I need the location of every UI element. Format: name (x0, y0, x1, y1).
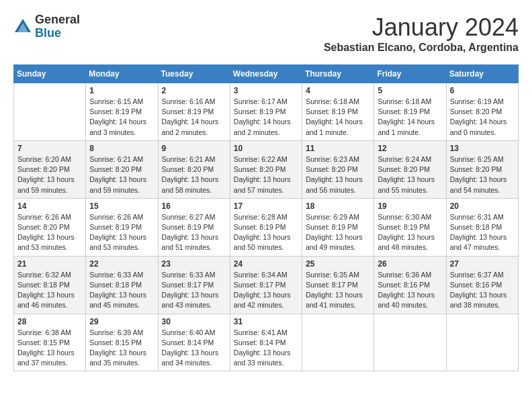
day-info: Sunrise: 6:19 AMSunset: 8:20 PMDaylight:… (450, 97, 515, 138)
calendar-cell (446, 314, 518, 371)
day-info: Sunrise: 6:33 AMSunset: 8:17 PMDaylight:… (162, 270, 226, 311)
day-header-saturday: Saturday (446, 65, 518, 83)
calendar-cell (374, 314, 446, 371)
day-number: 8 (89, 144, 154, 153)
week-row-2: 7Sunrise: 6:20 AMSunset: 8:20 PMDaylight… (14, 140, 519, 198)
week-row-4: 21Sunrise: 6:32 AMSunset: 8:18 PMDayligh… (14, 256, 519, 314)
calendar-cell: 9Sunrise: 6:21 AMSunset: 8:20 PMDaylight… (158, 140, 230, 198)
day-info: Sunrise: 6:38 AMSunset: 8:15 PMDaylight:… (17, 328, 82, 369)
day-header-thursday: Thursday (302, 65, 374, 83)
day-info: Sunrise: 6:24 AMSunset: 8:20 PMDaylight:… (378, 154, 442, 195)
calendar-cell: 15Sunrise: 6:26 AMSunset: 8:19 PMDayligh… (86, 198, 158, 256)
day-header-monday: Monday (86, 65, 158, 83)
day-number: 9 (162, 144, 226, 153)
day-info: Sunrise: 6:34 AMSunset: 8:17 PMDaylight:… (234, 270, 298, 311)
day-number: 29 (89, 317, 154, 326)
title-area: January 2024 Sebastian Elcano, Cordoba, … (324, 13, 519, 54)
calendar-header-row: SundayMondayTuesdayWednesdayThursdayFrid… (14, 65, 519, 83)
day-header-tuesday: Tuesday (158, 65, 230, 83)
day-header-sunday: Sunday (14, 65, 86, 83)
calendar-cell: 3Sunrise: 6:17 AMSunset: 8:19 PMDaylight… (230, 83, 302, 141)
calendar-cell: 7Sunrise: 6:20 AMSunset: 8:20 PMDaylight… (14, 140, 86, 198)
day-info: Sunrise: 6:26 AMSunset: 8:20 PMDaylight:… (17, 212, 82, 253)
day-number: 10 (234, 144, 298, 153)
day-info: Sunrise: 6:18 AMSunset: 8:19 PMDaylight:… (306, 97, 370, 138)
day-info: Sunrise: 6:32 AMSunset: 8:18 PMDaylight:… (17, 270, 82, 311)
calendar-cell: 23Sunrise: 6:33 AMSunset: 8:17 PMDayligh… (158, 256, 230, 314)
calendar-cell: 10Sunrise: 6:22 AMSunset: 8:20 PMDayligh… (230, 140, 302, 198)
calendar-cell: 8Sunrise: 6:21 AMSunset: 8:20 PMDaylight… (86, 140, 158, 198)
day-header-friday: Friday (374, 65, 446, 83)
main-title: January 2024 (324, 13, 519, 42)
calendar-cell: 19Sunrise: 6:30 AMSunset: 8:19 PMDayligh… (374, 198, 446, 256)
day-info: Sunrise: 6:16 AMSunset: 8:19 PMDaylight:… (162, 97, 226, 138)
day-info: Sunrise: 6:26 AMSunset: 8:19 PMDaylight:… (89, 212, 154, 253)
week-row-5: 28Sunrise: 6:38 AMSunset: 8:15 PMDayligh… (14, 314, 519, 371)
day-number: 28 (17, 317, 82, 326)
calendar-cell: 27Sunrise: 6:37 AMSunset: 8:16 PMDayligh… (446, 256, 518, 314)
day-info: Sunrise: 6:29 AMSunset: 8:19 PMDaylight:… (306, 212, 370, 253)
day-number: 22 (89, 259, 154, 269)
day-info: Sunrise: 6:37 AMSunset: 8:16 PMDaylight:… (450, 270, 515, 311)
day-info: Sunrise: 6:23 AMSunset: 8:20 PMDaylight:… (306, 154, 370, 195)
day-number: 17 (234, 201, 298, 211)
calendar-cell: 20Sunrise: 6:31 AMSunset: 8:18 PMDayligh… (446, 198, 518, 256)
day-number: 13 (450, 144, 515, 153)
subtitle: Sebastian Elcano, Cordoba, Argentina (324, 42, 519, 54)
day-header-wednesday: Wednesday (230, 65, 302, 83)
day-number: 26 (378, 259, 442, 269)
calendar-cell: 16Sunrise: 6:27 AMSunset: 8:19 PMDayligh… (158, 198, 230, 256)
calendar-table: SundayMondayTuesdayWednesdayThursdayFrid… (13, 64, 519, 371)
day-info: Sunrise: 6:36 AMSunset: 8:16 PMDaylight:… (378, 270, 442, 311)
day-number: 24 (234, 259, 298, 269)
week-row-1: 1Sunrise: 6:15 AMSunset: 8:19 PMDaylight… (14, 83, 519, 141)
calendar-cell: 30Sunrise: 6:40 AMSunset: 8:14 PMDayligh… (158, 314, 230, 371)
header: General Blue January 2024 Sebastian Elca… (13, 13, 519, 54)
calendar-cell: 13Sunrise: 6:25 AMSunset: 8:20 PMDayligh… (446, 140, 518, 198)
day-info: Sunrise: 6:31 AMSunset: 8:18 PMDaylight:… (450, 212, 515, 253)
calendar-cell: 17Sunrise: 6:28 AMSunset: 8:19 PMDayligh… (230, 198, 302, 256)
calendar-cell: 28Sunrise: 6:38 AMSunset: 8:15 PMDayligh… (14, 314, 86, 371)
calendar-cell: 21Sunrise: 6:32 AMSunset: 8:18 PMDayligh… (14, 256, 86, 314)
calendar-cell: 11Sunrise: 6:23 AMSunset: 8:20 PMDayligh… (302, 140, 374, 198)
logo: General Blue (13, 13, 80, 40)
calendar-cell: 25Sunrise: 6:35 AMSunset: 8:17 PMDayligh… (302, 256, 374, 314)
calendar-cell: 24Sunrise: 6:34 AMSunset: 8:17 PMDayligh… (230, 256, 302, 314)
day-number: 15 (89, 201, 154, 211)
day-number: 19 (378, 201, 442, 211)
day-number: 25 (306, 259, 370, 269)
day-number: 2 (162, 86, 226, 95)
calendar-cell: 26Sunrise: 6:36 AMSunset: 8:16 PMDayligh… (374, 256, 446, 314)
calendar-cell: 14Sunrise: 6:26 AMSunset: 8:20 PMDayligh… (14, 198, 86, 256)
day-number: 21 (17, 259, 82, 269)
day-number: 14 (17, 201, 82, 211)
day-info: Sunrise: 6:39 AMSunset: 8:15 PMDaylight:… (89, 328, 154, 369)
day-number: 6 (450, 86, 515, 95)
day-number: 11 (306, 144, 370, 153)
day-info: Sunrise: 6:25 AMSunset: 8:20 PMDaylight:… (450, 154, 515, 195)
calendar-cell: 1Sunrise: 6:15 AMSunset: 8:19 PMDaylight… (86, 83, 158, 141)
logo-general-text: General (35, 13, 80, 27)
day-number: 23 (162, 259, 226, 269)
day-info: Sunrise: 6:28 AMSunset: 8:19 PMDaylight:… (234, 212, 298, 253)
calendar-cell: 6Sunrise: 6:19 AMSunset: 8:20 PMDaylight… (446, 83, 518, 141)
day-number: 27 (450, 259, 515, 269)
day-number: 16 (162, 201, 226, 211)
day-info: Sunrise: 6:21 AMSunset: 8:20 PMDaylight:… (162, 154, 226, 195)
day-info: Sunrise: 6:41 AMSunset: 8:14 PMDaylight:… (234, 328, 298, 369)
day-number: 12 (378, 144, 442, 153)
calendar-cell: 18Sunrise: 6:29 AMSunset: 8:19 PMDayligh… (302, 198, 374, 256)
calendar-cell: 2Sunrise: 6:16 AMSunset: 8:19 PMDaylight… (158, 83, 230, 141)
day-info: Sunrise: 6:30 AMSunset: 8:19 PMDaylight:… (378, 212, 442, 253)
day-info: Sunrise: 6:35 AMSunset: 8:17 PMDaylight:… (306, 270, 370, 311)
calendar-cell: 29Sunrise: 6:39 AMSunset: 8:15 PMDayligh… (86, 314, 158, 371)
day-info: Sunrise: 6:27 AMSunset: 8:19 PMDaylight:… (162, 212, 226, 253)
day-number: 30 (162, 317, 226, 326)
day-number: 18 (306, 201, 370, 211)
day-number: 1 (89, 86, 154, 95)
day-number: 7 (17, 144, 82, 153)
day-info: Sunrise: 6:17 AMSunset: 8:19 PMDaylight:… (234, 97, 298, 138)
day-number: 3 (234, 86, 298, 95)
calendar-cell: 5Sunrise: 6:18 AMSunset: 8:19 PMDaylight… (374, 83, 446, 141)
day-info: Sunrise: 6:33 AMSunset: 8:18 PMDaylight:… (89, 270, 154, 311)
